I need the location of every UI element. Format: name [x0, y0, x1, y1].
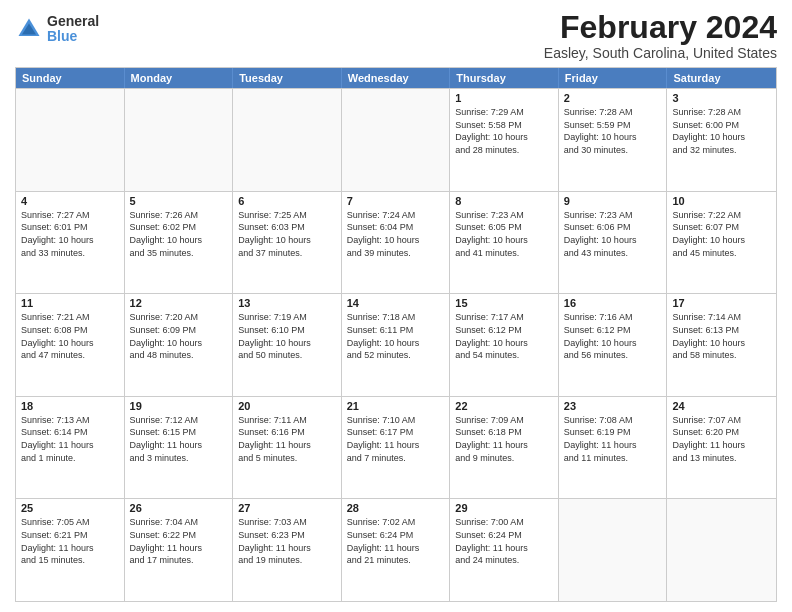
- cal-header-cell: Saturday: [667, 68, 776, 88]
- cal-cell: 17Sunrise: 7:14 AMSunset: 6:13 PMDayligh…: [667, 294, 776, 396]
- cal-cell: [342, 89, 451, 191]
- day-info: Sunrise: 7:09 AMSunset: 6:18 PMDaylight:…: [455, 414, 553, 464]
- day-info: Sunrise: 7:16 AMSunset: 6:12 PMDaylight:…: [564, 311, 662, 361]
- day-info: Sunrise: 7:24 AMSunset: 6:04 PMDaylight:…: [347, 209, 445, 259]
- cal-cell: 6Sunrise: 7:25 AMSunset: 6:03 PMDaylight…: [233, 192, 342, 294]
- day-number: 7: [347, 195, 445, 207]
- day-info: Sunrise: 7:17 AMSunset: 6:12 PMDaylight:…: [455, 311, 553, 361]
- cal-cell: [16, 89, 125, 191]
- cal-cell: 28Sunrise: 7:02 AMSunset: 6:24 PMDayligh…: [342, 499, 451, 601]
- cal-header-cell: Tuesday: [233, 68, 342, 88]
- day-number: 4: [21, 195, 119, 207]
- day-number: 29: [455, 502, 553, 514]
- day-number: 13: [238, 297, 336, 309]
- cal-cell: 19Sunrise: 7:12 AMSunset: 6:15 PMDayligh…: [125, 397, 234, 499]
- day-number: 1: [455, 92, 553, 104]
- day-number: 14: [347, 297, 445, 309]
- day-number: 2: [564, 92, 662, 104]
- cal-header-cell: Sunday: [16, 68, 125, 88]
- day-info: Sunrise: 7:03 AMSunset: 6:23 PMDaylight:…: [238, 516, 336, 566]
- cal-cell: 13Sunrise: 7:19 AMSunset: 6:10 PMDayligh…: [233, 294, 342, 396]
- cal-cell: [125, 89, 234, 191]
- day-info: Sunrise: 7:00 AMSunset: 6:24 PMDaylight:…: [455, 516, 553, 566]
- day-info: Sunrise: 7:23 AMSunset: 6:05 PMDaylight:…: [455, 209, 553, 259]
- day-number: 19: [130, 400, 228, 412]
- day-number: 23: [564, 400, 662, 412]
- day-info: Sunrise: 7:14 AMSunset: 6:13 PMDaylight:…: [672, 311, 771, 361]
- cal-week: 18Sunrise: 7:13 AMSunset: 6:14 PMDayligh…: [16, 396, 776, 499]
- day-info: Sunrise: 7:07 AMSunset: 6:20 PMDaylight:…: [672, 414, 771, 464]
- day-info: Sunrise: 7:29 AMSunset: 5:58 PMDaylight:…: [455, 106, 553, 156]
- logo-icon: [15, 15, 43, 43]
- day-info: Sunrise: 7:13 AMSunset: 6:14 PMDaylight:…: [21, 414, 119, 464]
- title-block: February 2024 Easley, South Carolina, Un…: [544, 10, 777, 61]
- day-info: Sunrise: 7:08 AMSunset: 6:19 PMDaylight:…: [564, 414, 662, 464]
- day-info: Sunrise: 7:05 AMSunset: 6:21 PMDaylight:…: [21, 516, 119, 566]
- cal-cell: 29Sunrise: 7:00 AMSunset: 6:24 PMDayligh…: [450, 499, 559, 601]
- cal-week: 4Sunrise: 7:27 AMSunset: 6:01 PMDaylight…: [16, 191, 776, 294]
- day-number: 27: [238, 502, 336, 514]
- cal-cell: 22Sunrise: 7:09 AMSunset: 6:18 PMDayligh…: [450, 397, 559, 499]
- cal-cell: 24Sunrise: 7:07 AMSunset: 6:20 PMDayligh…: [667, 397, 776, 499]
- day-info: Sunrise: 7:11 AMSunset: 6:16 PMDaylight:…: [238, 414, 336, 464]
- cal-week: 11Sunrise: 7:21 AMSunset: 6:08 PMDayligh…: [16, 293, 776, 396]
- day-number: 16: [564, 297, 662, 309]
- cal-cell: 2Sunrise: 7:28 AMSunset: 5:59 PMDaylight…: [559, 89, 668, 191]
- day-number: 15: [455, 297, 553, 309]
- day-number: 26: [130, 502, 228, 514]
- day-number: 6: [238, 195, 336, 207]
- cal-cell: 3Sunrise: 7:28 AMSunset: 6:00 PMDaylight…: [667, 89, 776, 191]
- day-info: Sunrise: 7:26 AMSunset: 6:02 PMDaylight:…: [130, 209, 228, 259]
- day-info: Sunrise: 7:04 AMSunset: 6:22 PMDaylight:…: [130, 516, 228, 566]
- day-number: 3: [672, 92, 771, 104]
- logo: General Blue: [15, 14, 99, 45]
- cal-cell: 18Sunrise: 7:13 AMSunset: 6:14 PMDayligh…: [16, 397, 125, 499]
- subtitle: Easley, South Carolina, United States: [544, 45, 777, 61]
- cal-cell: 1Sunrise: 7:29 AMSunset: 5:58 PMDaylight…: [450, 89, 559, 191]
- logo-general: General: [47, 14, 99, 29]
- day-info: Sunrise: 7:21 AMSunset: 6:08 PMDaylight:…: [21, 311, 119, 361]
- day-number: 9: [564, 195, 662, 207]
- cal-cell: [233, 89, 342, 191]
- cal-cell: [667, 499, 776, 601]
- day-number: 25: [21, 502, 119, 514]
- cal-cell: 16Sunrise: 7:16 AMSunset: 6:12 PMDayligh…: [559, 294, 668, 396]
- cal-cell: 26Sunrise: 7:04 AMSunset: 6:22 PMDayligh…: [125, 499, 234, 601]
- day-number: 28: [347, 502, 445, 514]
- day-info: Sunrise: 7:10 AMSunset: 6:17 PMDaylight:…: [347, 414, 445, 464]
- calendar-header: SundayMondayTuesdayWednesdayThursdayFrid…: [16, 68, 776, 88]
- header: General Blue February 2024 Easley, South…: [15, 10, 777, 61]
- cal-cell: [559, 499, 668, 601]
- cal-cell: 15Sunrise: 7:17 AMSunset: 6:12 PMDayligh…: [450, 294, 559, 396]
- day-number: 5: [130, 195, 228, 207]
- cal-header-cell: Friday: [559, 68, 668, 88]
- cal-cell: 23Sunrise: 7:08 AMSunset: 6:19 PMDayligh…: [559, 397, 668, 499]
- logo-blue: Blue: [47, 29, 99, 44]
- cal-cell: 10Sunrise: 7:22 AMSunset: 6:07 PMDayligh…: [667, 192, 776, 294]
- day-info: Sunrise: 7:28 AMSunset: 6:00 PMDaylight:…: [672, 106, 771, 156]
- day-number: 8: [455, 195, 553, 207]
- day-info: Sunrise: 7:12 AMSunset: 6:15 PMDaylight:…: [130, 414, 228, 464]
- cal-week: 25Sunrise: 7:05 AMSunset: 6:21 PMDayligh…: [16, 498, 776, 601]
- day-number: 24: [672, 400, 771, 412]
- main-title: February 2024: [544, 10, 777, 45]
- day-info: Sunrise: 7:22 AMSunset: 6:07 PMDaylight:…: [672, 209, 771, 259]
- cal-cell: 20Sunrise: 7:11 AMSunset: 6:16 PMDayligh…: [233, 397, 342, 499]
- day-info: Sunrise: 7:27 AMSunset: 6:01 PMDaylight:…: [21, 209, 119, 259]
- day-info: Sunrise: 7:20 AMSunset: 6:09 PMDaylight:…: [130, 311, 228, 361]
- cal-cell: 12Sunrise: 7:20 AMSunset: 6:09 PMDayligh…: [125, 294, 234, 396]
- cal-cell: 4Sunrise: 7:27 AMSunset: 6:01 PMDaylight…: [16, 192, 125, 294]
- day-info: Sunrise: 7:02 AMSunset: 6:24 PMDaylight:…: [347, 516, 445, 566]
- cal-cell: 7Sunrise: 7:24 AMSunset: 6:04 PMDaylight…: [342, 192, 451, 294]
- day-number: 10: [672, 195, 771, 207]
- calendar: SundayMondayTuesdayWednesdayThursdayFrid…: [15, 67, 777, 602]
- day-number: 17: [672, 297, 771, 309]
- day-number: 20: [238, 400, 336, 412]
- day-number: 21: [347, 400, 445, 412]
- cal-cell: 27Sunrise: 7:03 AMSunset: 6:23 PMDayligh…: [233, 499, 342, 601]
- cal-cell: 8Sunrise: 7:23 AMSunset: 6:05 PMDaylight…: [450, 192, 559, 294]
- day-info: Sunrise: 7:19 AMSunset: 6:10 PMDaylight:…: [238, 311, 336, 361]
- cal-header-cell: Thursday: [450, 68, 559, 88]
- cal-cell: 9Sunrise: 7:23 AMSunset: 6:06 PMDaylight…: [559, 192, 668, 294]
- day-info: Sunrise: 7:28 AMSunset: 5:59 PMDaylight:…: [564, 106, 662, 156]
